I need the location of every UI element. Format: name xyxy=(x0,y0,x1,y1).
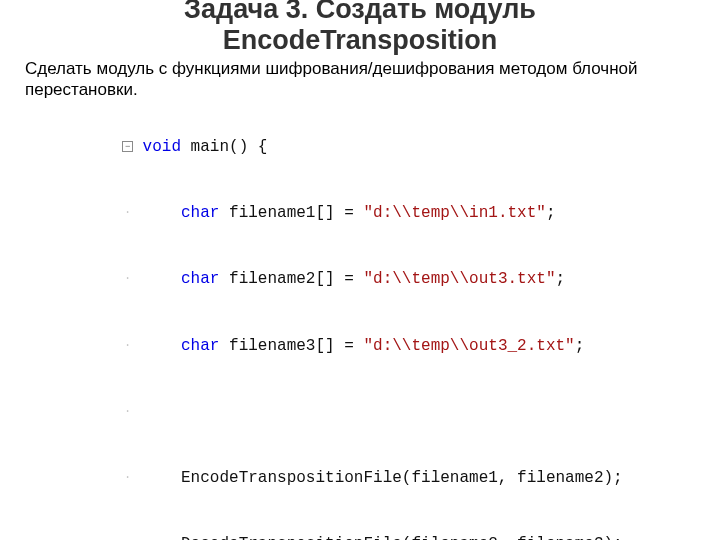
code-text: ; xyxy=(546,204,556,222)
code-line: · DecodeTranspositionFile(filename2, fil… xyxy=(55,511,695,540)
slide-title: Задача 3. Создать модуль EncodeTransposi… xyxy=(0,0,720,56)
code-text: filename2[] = xyxy=(219,271,363,289)
title-line-2: EncodeTransposition xyxy=(223,25,498,55)
string-literal: "d:\\temp\\out3_2.txt" xyxy=(363,337,574,355)
keyword-char: char xyxy=(181,271,219,289)
slide: Задача 3. Создать модуль EncodeTransposi… xyxy=(0,0,720,534)
keyword-void: void xyxy=(143,138,181,156)
indent-guide: · xyxy=(124,339,131,353)
slide-description: Сделать модуль с функциями шифрования/де… xyxy=(0,56,720,101)
fold-gutter: − xyxy=(113,136,143,158)
indent-guide: · xyxy=(124,405,131,419)
fold-collapse-icon[interactable]: − xyxy=(122,141,133,152)
indent-guide: · xyxy=(124,272,131,286)
indent-guide: · xyxy=(124,206,131,220)
title-line-1: Задача 3. Создать модуль xyxy=(184,0,536,24)
indent-guide: · xyxy=(124,471,131,485)
keyword-char: char xyxy=(181,204,219,222)
code-text: ; xyxy=(555,271,565,289)
code-text: ; xyxy=(575,337,585,355)
code-line: · char filename1[] = "d:\\temp\\in1.txt"… xyxy=(55,180,695,246)
code-text: filename3[] = xyxy=(219,337,363,355)
code-line: · EncodeTranspositionFile(filename1, fil… xyxy=(55,445,695,511)
string-literal: "d:\\temp\\in1.txt" xyxy=(363,204,545,222)
fold-gutter: · xyxy=(113,467,143,489)
code-line: · char filename2[] = "d:\\temp\\out3.txt… xyxy=(55,246,695,312)
fold-gutter: · xyxy=(113,335,143,357)
code-line: · char filename3[] = "d:\\temp\\out3_2.t… xyxy=(55,313,695,379)
fold-gutter: · xyxy=(113,268,143,290)
code-line: −void main() { xyxy=(55,114,695,180)
code-block: −void main() { · char filename1[] = "d:\… xyxy=(55,114,695,540)
code-text: EncodeTranspositionFile(filename1, filen… xyxy=(181,469,623,487)
keyword-char: char xyxy=(181,337,219,355)
code-line: · xyxy=(55,379,695,445)
fold-gutter: · xyxy=(113,401,143,423)
code-text: DecodeTranspositionFile(filename2, filen… xyxy=(181,536,623,540)
code-text: filename1[] = xyxy=(219,204,363,222)
fold-gutter: · xyxy=(113,533,143,540)
string-literal: "d:\\temp\\out3.txt" xyxy=(363,271,555,289)
fold-gutter: · xyxy=(113,202,143,224)
code-text: main() { xyxy=(181,138,267,156)
